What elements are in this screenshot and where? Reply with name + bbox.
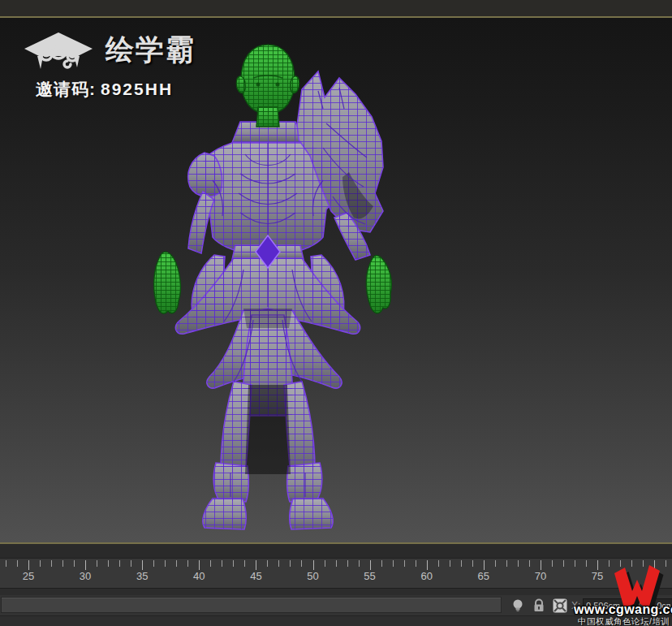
timeline-spacer (0, 544, 672, 558)
ruler-tick (450, 560, 450, 567)
viewport-canvas[interactable]: 绘学霸 邀请码:8925HH (0, 18, 672, 542)
ruler-tick (313, 560, 314, 570)
ruler-tick (165, 560, 166, 567)
track-bar[interactable]: 253035404550556065707580 (0, 558, 672, 588)
status-bar: X: Y: (0, 595, 672, 615)
watermark-tagline: 中国权威角色论坛/培训 (578, 616, 670, 626)
ruler-tick-label: 35 (136, 570, 148, 582)
ruler-tick (370, 560, 371, 570)
ruler-tick-label: 70 (535, 570, 546, 582)
ruler-tick (176, 560, 177, 567)
ruler-tick-label: 60 (420, 570, 432, 582)
ruler-tick-label: 40 (193, 570, 205, 582)
ruler-tick (131, 560, 131, 567)
ruler-tick (51, 560, 52, 567)
ruler-tick (74, 560, 75, 567)
ruler-tick (597, 560, 598, 570)
ruler-tick (119, 560, 120, 567)
ruler-tick (244, 560, 245, 567)
ruler-tick-label: 45 (250, 570, 261, 582)
ruler-tick (17, 560, 18, 567)
ruler-tick (85, 560, 86, 570)
watermark-site: www.cgwang.com (574, 602, 672, 617)
ruler-tick (404, 560, 405, 567)
ruler-tick (518, 560, 519, 567)
huixueba-logo: 绘学霸 (21, 26, 196, 73)
ruler-tick (28, 560, 29, 570)
absolute-transform-icon[interactable] (552, 598, 568, 614)
ruler-tick (97, 560, 97, 567)
ruler-tick (199, 560, 200, 570)
ruler-tick (666, 560, 666, 567)
ruler-tick (586, 560, 587, 567)
ruler-tick-label: 50 (307, 570, 318, 582)
lightbulb-icon[interactable] (510, 598, 526, 614)
ruler-tick (187, 560, 188, 567)
logo-text: 绘学霸 (106, 31, 196, 69)
ruler-tick (359, 560, 360, 567)
ruler-tick (438, 560, 439, 567)
ruler-tick (563, 560, 564, 567)
ruler-tick (153, 560, 154, 567)
ruler-tick (495, 560, 496, 567)
max-viewport-screenshot: { "header": { "logo_text": "绘学霸", "invit… (0, 0, 672, 626)
ruler-tick-label: 65 (478, 570, 489, 582)
ruler-tick (484, 560, 485, 570)
ruler-tick-label: 75 (592, 570, 603, 582)
huixueba-cap-icon (21, 26, 96, 73)
ruler-tick (40, 560, 41, 567)
statusbar-spacer (0, 588, 672, 595)
ruler-tick (336, 560, 337, 567)
ruler-tick (222, 560, 222, 567)
ruler-tick (256, 560, 256, 570)
ruler-tick (267, 560, 268, 567)
ruler-tick (108, 560, 109, 567)
ruler-tick-label: 25 (23, 570, 34, 582)
window-top-bar (0, 0, 672, 16)
ruler-tick (142, 560, 143, 570)
ruler-tick (461, 560, 462, 567)
ruler-tick (347, 560, 348, 567)
ruler-tick (290, 560, 291, 567)
ruler-tick (529, 560, 530, 567)
ruler-tick-label: 55 (364, 570, 375, 582)
ruler-tick (575, 560, 575, 567)
ruler-tick (301, 560, 302, 567)
invite-code-line: 邀请码:8925HH (36, 78, 173, 101)
selection-lock-icon[interactable] (531, 598, 547, 614)
ruler-tick (552, 560, 553, 567)
prompt-line (1, 597, 502, 613)
ruler-tick-label: 30 (80, 570, 91, 582)
leg-gap-shadow (245, 385, 291, 474)
invite-code: 8925HH (101, 80, 173, 98)
ruler-tick (541, 560, 541, 570)
ruler-tick (210, 560, 211, 567)
ruler-tick (427, 560, 428, 570)
ruler-tick (233, 560, 234, 567)
ruler-tick (278, 560, 279, 567)
ruler-tick (393, 560, 394, 567)
ruler-tick (62, 560, 63, 567)
ruler-tick (609, 560, 610, 567)
ruler-tick (506, 560, 507, 567)
ruler-tick (381, 560, 382, 567)
bottom-edge-strip (0, 615, 672, 626)
ruler-tick (472, 560, 473, 567)
ruler-tick (325, 560, 325, 567)
invite-label: 邀请码: (36, 80, 96, 98)
ruler-tick (416, 560, 416, 567)
ruler-tick (6, 560, 6, 567)
